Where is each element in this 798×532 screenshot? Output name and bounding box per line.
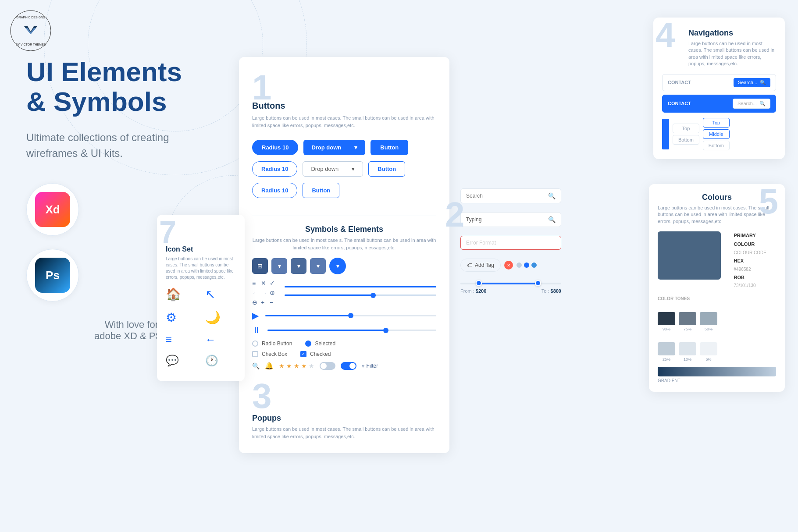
align-labels-col-1: Top Bottom: [673, 124, 699, 145]
toggle-on[interactable]: [341, 362, 356, 370]
progress-line-1: [285, 286, 436, 287]
star-4: ★: [301, 362, 307, 369]
range-thumb-right[interactable]: [535, 280, 541, 286]
play-icon[interactable]: ▶: [252, 310, 259, 321]
nav-search-text-2: Search...: [737, 101, 757, 106]
color-info-block: PRIMARY COLOUR COLOUR CODE HEX #496582 R…: [734, 231, 776, 290]
plus-icon: +: [261, 299, 267, 306]
add-tag-button[interactable]: 🏷 Add Tag: [460, 259, 501, 272]
cursor-icon: ↖: [205, 287, 236, 301]
nav-search-2[interactable]: Search... 🔍: [733, 99, 770, 109]
range-from: From : $200: [460, 288, 486, 294]
align-top-2[interactable]: Top: [703, 118, 730, 128]
colours-title: Colours: [658, 193, 776, 202]
align-bottom-1[interactable]: Bottom: [673, 135, 699, 145]
icon-set-desc: Large buttons can be used in most cases.…: [166, 256, 236, 280]
popups-title: Popups: [252, 414, 436, 423]
tone-label-50: 50%: [705, 327, 712, 331]
align-labels-col-2: Top Middle Bottom: [703, 118, 730, 150]
color-tones-section: COLOR TONES 90% 75% 50% 25% 10%: [658, 296, 776, 362]
section-number-7: 7: [159, 217, 176, 248]
sym-btn-chevron-1[interactable]: ▾: [271, 258, 287, 274]
range-fill: [476, 283, 542, 284]
radio-selected[interactable]: Selected: [305, 340, 335, 347]
star-3: ★: [294, 362, 299, 369]
minus-icon: −: [270, 299, 276, 306]
arrow-icon: ←: [205, 333, 236, 346]
toggle-off[interactable]: [320, 362, 335, 370]
pause-icon[interactable]: ⏸: [252, 325, 261, 335]
media-row: ▶: [252, 310, 436, 321]
type-text: Typing: [466, 216, 548, 223]
back-icon: ←: [252, 289, 258, 296]
buttons-desc: Large buttons can be used in most cases.…: [252, 114, 436, 129]
toggle-knob-off: [321, 363, 327, 369]
section-number-4: 4: [656, 18, 675, 53]
range-slider: From : $200 To : $800: [460, 283, 561, 294]
tag-close-button[interactable]: ✕: [504, 261, 513, 270]
radius-10-btn-1[interactable]: Radius 10: [252, 140, 298, 155]
checkbox-row: Check Box ✓ Checked: [252, 351, 436, 357]
popups-section: 3 Popups Large buttons can be used in mo…: [252, 379, 436, 440]
popups-desc: Large buttons can be used in most cases.…: [252, 426, 436, 440]
progress-bars: [285, 286, 436, 299]
color-tones-row-2: 25% 10% 5%: [658, 338, 776, 362]
tone-swatch-50: [700, 312, 717, 325]
hex-info: HEX #496582: [734, 257, 776, 273]
buttons-row-3: Radius 10 Button: [252, 183, 436, 198]
range-thumb-left[interactable]: [476, 280, 482, 286]
button-btn-1[interactable]: Button: [370, 140, 408, 155]
media-row-2: ⏸: [252, 325, 436, 335]
radio-label-unselected: Radio Button: [262, 340, 292, 347]
search-input[interactable]: [466, 193, 548, 199]
checkbox-label-checked: Checked: [310, 351, 331, 357]
type-search-icon: 🔍: [548, 216, 556, 223]
range-track[interactable]: [460, 283, 561, 284]
dot-3: [531, 262, 537, 268]
star-rating[interactable]: ★ ★ ★ ★ ★: [279, 362, 314, 369]
error-field[interactable]: Error Format: [460, 236, 561, 250]
align-top-1[interactable]: Top: [673, 124, 699, 133]
home-icon: 🏠: [166, 287, 196, 301]
star-5: ★: [309, 362, 314, 369]
buttons-title: Buttons: [252, 101, 436, 111]
form-elements-row: Radio Button Selected: [252, 340, 436, 347]
radio-unselected[interactable]: Radio Button: [252, 340, 292, 347]
type-field[interactable]: Typing 🔍: [460, 212, 561, 227]
button-btn-3[interactable]: Button: [303, 183, 339, 198]
radius-10-btn-2[interactable]: Radius 10: [252, 161, 297, 177]
tone-swatch-5: [700, 342, 717, 355]
checkbox-unchecked[interactable]: Check Box: [252, 351, 287, 357]
align-bottom-2[interactable]: Bottom: [703, 141, 730, 150]
center-panel: 1 Buttons Large buttons can be used in m…: [239, 57, 449, 453]
tone-75: 75%: [679, 312, 696, 331]
checkbox-checked[interactable]: ✓ Checked: [300, 351, 331, 357]
subtitle: Ultimate collections of creating wirefra…: [26, 130, 237, 161]
dropdown-btn-2[interactable]: Drop down ▾: [303, 161, 363, 177]
sym-btn-grid[interactable]: ⊞: [252, 258, 268, 274]
notification-icon[interactable]: 🔔: [265, 362, 274, 370]
sym-btn-chevron-2[interactable]: ▾: [291, 258, 306, 274]
radius-10-btn-3[interactable]: Radius 10: [252, 183, 297, 198]
sym-btn-chevron-3[interactable]: ▾: [310, 258, 326, 274]
tone-label-90: 90%: [663, 327, 670, 331]
colours-panel: 5 Colours Large buttons can be used in m…: [649, 184, 785, 392]
symbols-header: Symbols & Elements Large buttons can be …: [252, 225, 436, 251]
icon-set-header: 7 Icon Set Large buttons can be used in …: [166, 223, 236, 280]
primary-color-row: PRIMARY COLOUR COLOUR CODE HEX #496582 R…: [658, 231, 776, 290]
list-icon: ≡: [166, 333, 196, 346]
dropdown-btn-1[interactable]: Drop down ▾: [303, 140, 365, 155]
search-field[interactable]: 🔍: [460, 188, 561, 203]
colours-header: 5 Colours Large buttons can be used in m…: [658, 193, 776, 225]
symbols-title: Symbols & Elements: [252, 225, 436, 234]
button-btn-2[interactable]: Button: [368, 161, 405, 177]
tone-10: 10%: [679, 342, 696, 362]
align-middle-2[interactable]: Middle: [703, 129, 730, 139]
sym-btn-chevron-round[interactable]: ▾: [329, 258, 346, 274]
color-tones-row-1: 90% 75% 50%: [658, 308, 776, 331]
search-icon-small[interactable]: 🔍: [252, 362, 260, 369]
filter-button[interactable]: ▿ Filter: [362, 363, 378, 369]
nav-search-1[interactable]: Search... 🔍: [734, 78, 770, 87]
gradient-bar: [658, 367, 776, 376]
progress-line-2: [285, 294, 436, 296]
